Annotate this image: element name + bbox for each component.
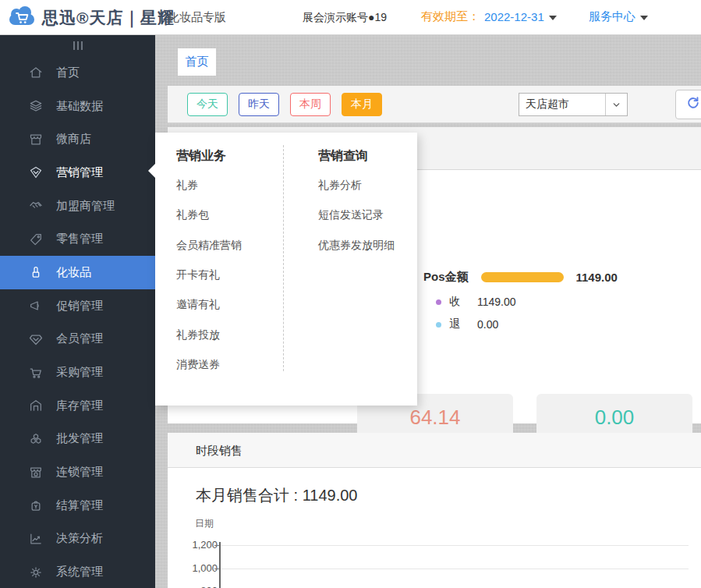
flyout-item-new-card-gift[interactable]: 开卡有礼 (176, 260, 283, 290)
sidebar-item-label: 系统管理 (56, 565, 103, 579)
sidebar-item-home[interactable]: 首页 (0, 56, 155, 90)
sidebar-item-marketing[interactable]: 营销管理 (0, 156, 155, 190)
gear-icon (28, 565, 44, 580)
legend-row-refund: 退 0.00 (436, 317, 498, 331)
sidebar-item-cosmetics[interactable]: 化妆品 (0, 256, 155, 289)
top-header: 思迅®天店｜星耀 化妆品专版 展会演示账号●19 有效期至： 2022-12-3… (0, 0, 701, 35)
chart-gridline (219, 569, 689, 569)
period-sales-body: 本月销售合计 : 1149.00 日期 1,200 1,000 800 (168, 468, 701, 588)
pos-amount-bar (481, 272, 564, 282)
sidebar-item-system[interactable]: 系统管理 (0, 555, 155, 588)
refresh-icon (685, 95, 701, 114)
home-icon (28, 65, 44, 80)
flyout-item-coupon[interactable]: 礼券 (176, 171, 283, 200)
sidebar-item-inventory[interactable]: 库存管理 (0, 389, 155, 423)
legend-row-received: 收 1149.00 (436, 295, 516, 309)
flyout-item-coupon-delivery[interactable]: 礼券投放 (176, 320, 283, 349)
sidebar-item-purchase[interactable]: 采购管理 (0, 356, 155, 389)
sidebar-item-label: 批发管理 (56, 431, 103, 446)
y-axis-tick: 1,200 (177, 539, 218, 551)
chevron-down-icon (605, 94, 627, 115)
sidebar-item-settlement[interactable]: 结算管理 (0, 489, 155, 522)
flyout-item-invite-gift[interactable]: 邀请有礼 (176, 290, 283, 320)
app-window: 思迅®天店｜星耀 化妆品专版 展会演示账号●19 有效期至： 2022-12-3… (0, 0, 701, 588)
refund-dot-icon (436, 322, 441, 328)
flyout-item-coupon-detail[interactable]: 优惠券发放明细 (318, 231, 395, 260)
flyout-column-title: 营销查询 (318, 143, 395, 171)
date-filter-group: 今天 昨天 本周 本月 (187, 93, 382, 116)
layers-icon (28, 98, 44, 114)
sidebar-item-micro-shop[interactable]: 微商店 (0, 122, 155, 156)
store-select[interactable]: 天店超市 (519, 93, 628, 116)
cart-icon (28, 365, 44, 381)
sidebar-nav: 首页 基础数据 微商店 营销管理 加盟商管理 零售管理 化妆品 促销管理 (0, 35, 155, 588)
sidebar-item-retail[interactable]: 零售管理 (0, 222, 155, 256)
marketing-flyout-menu: 营销业务 礼券 礼券包 会员精准营销 开卡有礼 邀请有礼 礼券投放 消费送券 营… (155, 133, 417, 406)
month-sales-total: 本月销售合计 : 1149.00 (196, 485, 357, 506)
period-sales-title: 时段销售 (168, 433, 701, 468)
stat-value: 64.14 (409, 406, 460, 430)
chain-store-icon (28, 465, 44, 480)
sidebar-item-label: 会员管理 (56, 331, 103, 346)
flyout-column-title: 营销业务 (176, 143, 283, 171)
filter-yesterday-button[interactable]: 昨天 (239, 93, 279, 116)
sidebar-item-label: 微商店 (56, 132, 91, 147)
sidebar-item-wholesale[interactable]: 批发管理 (0, 423, 155, 456)
service-center-label: 服务中心 (589, 9, 636, 24)
sidebar-item-label: 连锁管理 (56, 465, 103, 480)
flyout-item-purchase-coupon[interactable]: 消费送券 (176, 350, 283, 380)
caret-down-icon (640, 14, 648, 20)
sidebar-item-franchise[interactable]: 加盟商管理 (0, 190, 155, 223)
legend-value: 1149.00 (477, 296, 516, 308)
sidebar-item-label: 促销管理 (56, 299, 103, 313)
chart-y-axis-line (219, 542, 221, 588)
sidebar-item-basic-data[interactable]: 基础数据 (0, 90, 155, 123)
trend-chart-icon (28, 531, 44, 547)
flyout-arrow (148, 164, 155, 178)
sidebar-item-label: 化妆品 (56, 265, 91, 280)
flyout-item-coupon-pack[interactable]: 礼券包 (176, 200, 283, 230)
flyout-item-sms-records[interactable]: 短信发送记录 (318, 200, 395, 230)
stat-value: 0.00 (595, 406, 635, 430)
pos-amount-value: 1149.00 (576, 271, 618, 284)
sidebar-item-label: 采购管理 (56, 365, 103, 380)
sidebar-item-label: 首页 (56, 66, 80, 80)
service-center-dropdown[interactable]: 服务中心 (589, 9, 648, 24)
sidebar-item-label: 库存管理 (56, 398, 103, 413)
validity-label: 有效期至： (421, 9, 480, 24)
handshake-icon (28, 198, 44, 214)
sidebar-item-label: 营销管理 (56, 165, 103, 180)
sidebar-item-label: 决策分析 (56, 531, 103, 546)
flyout-divider (283, 145, 284, 371)
sidebar-item-label: 加盟商管理 (56, 199, 115, 214)
money-pouch-icon (28, 498, 44, 513)
sidebar-item-members[interactable]: 会员管理 (0, 323, 155, 356)
warehouse-icon (28, 398, 44, 413)
refresh-button[interactable] (675, 90, 701, 119)
sidebar-item-promotion[interactable]: 促销管理 (0, 289, 155, 323)
filter-toolbar: 今天 昨天 本周 本月 天店超市 (168, 86, 701, 123)
lipstick-icon (28, 264, 44, 280)
pos-amount-row: Pos金额 1149.00 (423, 270, 618, 285)
validity-dropdown[interactable]: 有效期至： 2022-12-31 (421, 9, 557, 24)
cloud-cart-icon (6, 5, 37, 31)
validity-date: 2022-12-31 (484, 10, 544, 23)
brand-logo: 思迅®天店｜星耀 (6, 5, 175, 31)
price-tag-icon (28, 232, 44, 247)
chart-x-axis-title: 日期 (195, 517, 214, 530)
sidebar-item-analysis[interactable]: 决策分析 (0, 522, 155, 556)
tab-home[interactable]: 首页 (178, 48, 216, 76)
legend-label: 收 (449, 295, 460, 309)
received-dot-icon (436, 299, 441, 305)
filter-month-button[interactable]: 本月 (342, 93, 382, 116)
member-diamond-icon (28, 331, 44, 347)
filter-today-button[interactable]: 今天 (187, 93, 228, 116)
sidebar-item-chain[interactable]: 连锁管理 (0, 455, 155, 489)
flyout-item-precise-marketing[interactable]: 会员精准营销 (176, 231, 283, 260)
megaphone-icon (28, 298, 44, 313)
store-select-value: 天店超市 (519, 97, 605, 112)
collapse-sidebar-icon[interactable] (0, 35, 155, 56)
flyout-item-coupon-analysis[interactable]: 礼券分析 (318, 171, 395, 200)
filter-week-button[interactable]: 本周 (290, 93, 331, 116)
chart-gridline (219, 545, 689, 546)
